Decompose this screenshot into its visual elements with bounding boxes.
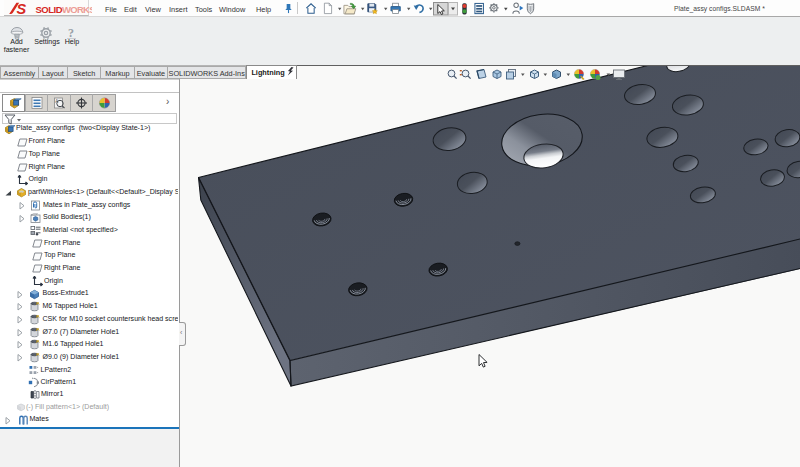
svg-text:SOLID: SOLID [36,4,63,15]
svg-text:WORKS: WORKS [62,4,92,15]
svg-text:A: A [55,99,58,104]
svg-text:S: S [17,2,27,15]
